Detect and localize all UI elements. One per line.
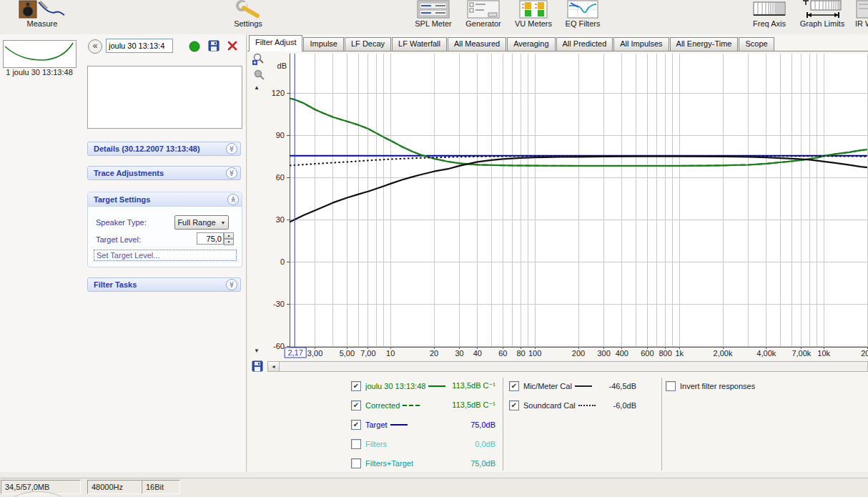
- trace-adjustments-section-header[interactable]: Trace Adjustments ≫: [87, 166, 241, 180]
- legend-calibration: ✔Mic/Meter Cal-46,5dB✔Soundcard Cal-6,0d…: [509, 376, 636, 415]
- legend-value: -6,0dB: [596, 401, 636, 410]
- sample-rate: 48000Hz: [87, 480, 142, 494]
- scroll-left-icon[interactable]: ◄: [268, 362, 280, 371]
- legend-label: joulu 30 13:13:48: [365, 382, 425, 390]
- spinner-down-icon[interactable]: ▼: [224, 239, 234, 245]
- legend-label: Soundcard Cal: [523, 401, 576, 410]
- filter-tasks-section-header[interactable]: Filter Tasks ≫: [87, 277, 241, 292]
- collapse-panel-button[interactable]: «: [88, 39, 102, 54]
- legend-divider: [503, 378, 503, 471]
- tab-all-measured[interactable]: All Measured: [448, 37, 506, 51]
- vu-meters-button[interactable]: VU Meters: [505, 0, 562, 28]
- tab-scope[interactable]: Scope: [739, 37, 774, 51]
- cursor-magnifier-icon[interactable]: [253, 69, 265, 82]
- spl-meter-label: SPL Meter: [405, 19, 462, 28]
- legend-row-filters-target: Filters+Target75,0dB: [351, 453, 495, 473]
- freq-axis-button[interactable]: Freq Axis: [741, 0, 798, 28]
- save-graph-icon[interactable]: [252, 360, 263, 373]
- legend-row-joulu-30-13-13-48: ✔joulu 30 13:13:48113,5dB C⁻¹: [351, 376, 495, 395]
- generator-icon: [455, 0, 512, 19]
- measurement-panel: 1 joulu 30 13:13:48 « Details (30.12.200…: [0, 34, 247, 472]
- legend-row-soundcard-cal: ✔Soundcard Cal-6,0dB: [509, 395, 636, 415]
- scroll-up-icon[interactable]: ▲: [254, 84, 260, 91]
- legend-value: 75,0dB: [408, 420, 495, 429]
- invert-filter-checkbox[interactable]: [666, 381, 676, 391]
- notes-box[interactable]: [87, 66, 242, 129]
- legend-swatch-solid: [575, 385, 592, 387]
- legend-value: 0,0dB: [407, 440, 495, 448]
- tab-filter-adjust[interactable]: Filter Adjust: [249, 35, 302, 51]
- measurement-thumbnail[interactable]: [3, 40, 77, 68]
- invert-filter-label: Invert filter responses: [680, 382, 755, 390]
- details-section-header[interactable]: Details (30.12.2007 13:13:48) ≫: [87, 142, 241, 156]
- generator-button[interactable]: Generator: [455, 0, 512, 28]
- settings-label: Settings: [223, 19, 273, 28]
- legend-label: Target: [365, 420, 388, 429]
- set-target-level-link[interactable]: Set Target Level...: [94, 250, 237, 261]
- eq-filters-button[interactable]: EQ Filters: [554, 0, 611, 28]
- legend-value: 113,5dB C⁻¹: [420, 400, 495, 410]
- delete-measurement-icon[interactable]: [227, 40, 238, 53]
- legend-checkbox-filters[interactable]: [351, 439, 361, 449]
- legend-checkbox-corrected[interactable]: ✔: [351, 400, 361, 410]
- chevron-down-icon[interactable]: ≫: [226, 143, 237, 154]
- graph-limits-icon: [792, 0, 852, 19]
- bit-depth: 16Bit: [142, 480, 180, 494]
- legend-label: Filters: [365, 440, 387, 448]
- legend-checkbox-soundcard-cal[interactable]: ✔: [509, 400, 519, 410]
- ir-windows-button[interactable]: IR W: [855, 0, 868, 28]
- target-level-spinner: ▲▼: [197, 232, 234, 245]
- ir-windows-icon: [855, 0, 868, 19]
- spinner-up-icon[interactable]: ▲: [224, 232, 234, 239]
- tab-lf-waterfall[interactable]: LF Waterfall: [392, 37, 447, 51]
- legend-row-corrected: ✔Corrected113,5dB C⁻¹: [351, 395, 495, 415]
- legend-options: Invert filter responses: [666, 376, 823, 395]
- tab-bar: Filter AdjustImpulseLF DecayLF Waterfall…: [249, 36, 775, 51]
- target-level-label: Target Level:: [96, 235, 141, 244]
- target-level-input[interactable]: [197, 232, 224, 245]
- legend-checkbox-mic-meter-cal[interactable]: ✔: [509, 381, 519, 391]
- measure-button[interactable]: Measure: [14, 0, 71, 28]
- save-measurement-icon[interactable]: [208, 40, 220, 53]
- horizontal-scrollbar[interactable]: ◄: [267, 361, 868, 372]
- rew-filter-adjust-window: { "toolbar": { "measure": "Measure", "se…: [0, 0, 868, 497]
- zoom-in-icon[interactable]: [252, 53, 265, 67]
- capture-indicator-icon[interactable]: [189, 41, 200, 54]
- legend-checkbox-target[interactable]: ✔: [351, 420, 361, 430]
- legend-value: 113,5dB C⁻¹: [445, 381, 495, 390]
- measurement-name-input[interactable]: [106, 39, 173, 53]
- legend-divider: [661, 378, 662, 471]
- measurement-thumbnail-label: 1 joulu 30 13:13:48: [0, 68, 79, 77]
- legend-label: Corrected: [365, 401, 400, 410]
- tab-averaging[interactable]: Averaging: [507, 37, 555, 51]
- legend-row-target: ✔Target75,0dB: [351, 415, 495, 434]
- spl-meter-button[interactable]: SPL Meter: [405, 0, 462, 28]
- speaker-type-value: Full Range: [175, 218, 218, 227]
- legend-checkbox-joulu-30-13-13-48[interactable]: ✔: [351, 381, 361, 391]
- scroll-down-icon[interactable]: ▼: [254, 348, 260, 354]
- chevron-down-icon[interactable]: ≫: [226, 167, 237, 179]
- details-title: Details (30.12.2007 13:13:48): [94, 144, 226, 153]
- chevron-down-icon[interactable]: ≫: [226, 279, 237, 290]
- tab-all-impulses[interactable]: All Impulses: [613, 37, 669, 51]
- speaker-type-label: Speaker Type:: [96, 218, 147, 227]
- tab-lf-decay[interactable]: LF Decay: [345, 37, 391, 51]
- tab-impulse[interactable]: Impulse: [303, 37, 344, 51]
- legend-row-filters: Filters0,0dB: [351, 434, 495, 453]
- tab-all-predicted[interactable]: All Predicted: [556, 37, 613, 51]
- chevron-up-icon[interactable]: ≫: [227, 194, 239, 205]
- target-settings-section-header[interactable]: Target Settings ≫: [88, 192, 242, 207]
- graph-limits-button[interactable]: Graph Limits: [792, 0, 852, 28]
- graph-limits-label: Graph Limits: [792, 19, 852, 28]
- status-bar: 34,5/57,0MB 48000Hz 16Bit: [0, 478, 868, 497]
- legend-value: -46,5dB: [592, 382, 636, 390]
- vu-meters-icon: [505, 0, 562, 19]
- legend-label: Mic/Meter Cal: [523, 382, 572, 390]
- legend-checkbox-filters-target[interactable]: [351, 458, 361, 468]
- generator-label: Generator: [455, 19, 512, 28]
- settings-button[interactable]: Settings: [223, 0, 273, 28]
- legend-value: 75,0dB: [433, 459, 495, 468]
- legend-swatch-solid: [390, 424, 408, 425]
- speaker-type-dropdown[interactable]: Full Range ▼: [174, 215, 229, 230]
- tab-all-energy-time[interactable]: All Energy-Time: [670, 37, 739, 51]
